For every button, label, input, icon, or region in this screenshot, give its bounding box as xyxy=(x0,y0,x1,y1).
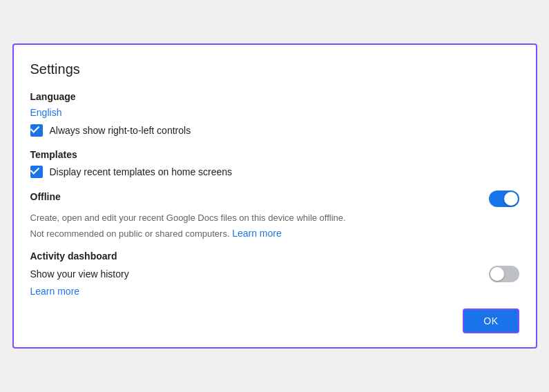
offline-not-recommended-text: Not recommended on public or shared comp… xyxy=(30,228,230,239)
templates-section: Templates Display recent templates on ho… xyxy=(30,149,519,178)
templates-label: Templates xyxy=(30,149,519,160)
rtl-checkbox-row: Always show right-to-left controls xyxy=(30,124,519,137)
dialog-title: Settings xyxy=(30,61,519,77)
display-templates-checkbox-wrapper[interactable] xyxy=(30,166,43,178)
display-templates-checkbox-row: Display recent templates on home screens xyxy=(30,166,519,178)
activity-section: Activity dashboard Show your view histor… xyxy=(30,251,519,297)
offline-toggle[interactable] xyxy=(489,190,519,207)
offline-description-line2: Not recommended on public or shared comp… xyxy=(30,226,519,241)
display-templates-label: Display recent templates on home screens xyxy=(50,166,233,177)
offline-toggle-thumb xyxy=(504,192,518,206)
activity-learn-more-link[interactable]: Learn more xyxy=(30,286,80,297)
activity-toggle-thumb xyxy=(490,267,504,281)
offline-toggle-row: Offline xyxy=(30,190,519,207)
rtl-checkbox-label: Always show right-to-left controls xyxy=(50,125,191,136)
ok-button-row: OK xyxy=(30,308,519,333)
activity-toggle[interactable] xyxy=(489,266,519,282)
offline-section: Offline Create, open and edit your recen… xyxy=(30,190,519,241)
offline-label: Offline xyxy=(30,191,61,202)
language-link[interactable]: English xyxy=(30,107,62,118)
rtl-checkbox-wrapper[interactable] xyxy=(30,124,43,137)
offline-learn-more-link[interactable]: Learn more xyxy=(232,228,282,239)
show-history-label: Show your view history xyxy=(30,268,129,280)
rtl-checkbox[interactable] xyxy=(30,124,43,137)
language-section: Language English Always show right-to-le… xyxy=(30,91,519,137)
show-history-row: Show your view history xyxy=(30,266,519,282)
ok-button[interactable]: OK xyxy=(463,308,519,333)
settings-dialog: Settings Language English Always show ri… xyxy=(12,43,537,349)
offline-description-line1: Create, open and edit your recent Google… xyxy=(30,211,519,225)
dialog-backdrop: Settings Language English Always show ri… xyxy=(0,0,549,392)
display-templates-checkbox[interactable] xyxy=(30,166,43,178)
activity-label: Activity dashboard xyxy=(30,251,519,262)
language-label: Language xyxy=(30,91,519,102)
